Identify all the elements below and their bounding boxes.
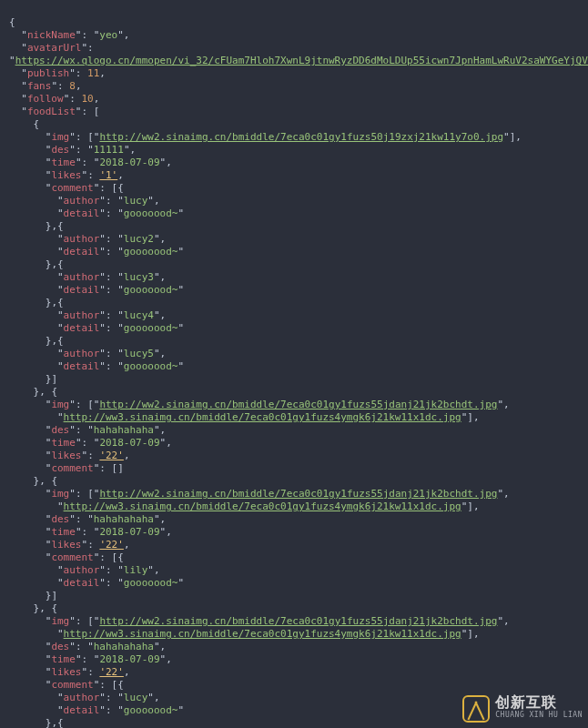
food3-c0-detail: gooooood~ <box>124 704 178 716</box>
food0-c3-detail: gooooood~ <box>124 322 178 334</box>
food1-likes: '22' <box>99 450 124 461</box>
food1-img0: http://ww2.sinaimg.cn/bmiddle/7eca0c01gy… <box>99 399 497 410</box>
key-publish: publish <box>27 67 69 79</box>
val-follow: 10 <box>82 93 94 105</box>
food3-time: 2018-07-09 <box>99 653 159 665</box>
food3-img1: http://ww3.sinaimg.cn/bmiddle/7eca0c01gy… <box>64 628 461 640</box>
food2-img0: http://ww2.sinaimg.cn/bmiddle/7eca0c01gy… <box>99 488 497 500</box>
food0-c1-detail: gooooood~ <box>124 246 178 258</box>
food1-time: 2018-07-09 <box>99 437 159 449</box>
food0-c4-detail: gooooood~ <box>124 360 178 372</box>
food0-time: 2018-07-09 <box>99 157 159 168</box>
food2-likes: '22' <box>99 539 124 551</box>
key-fans: fans <box>27 80 52 92</box>
food0-c2-detail: gooooood~ <box>124 284 178 296</box>
key-avatarurl: avatarUrl <box>27 42 82 54</box>
food0-img0: http://ww2.sinaimg.cn/bmiddle/7eca0c01gy… <box>99 131 503 143</box>
food0-c1-author: lucy2 <box>124 233 154 245</box>
val-nickname: yeo <box>99 29 117 41</box>
food2-des: hahahahaha <box>94 513 154 525</box>
val-fans: 8 <box>69 80 76 92</box>
food1-img1: http://ww3.sinaimg.cn/bmiddle/7eca0c01gy… <box>64 411 461 423</box>
key-foodlist: foodList <box>27 106 76 117</box>
brace-open: { <box>9 16 15 28</box>
food0-c3-author: lucy4 <box>124 309 154 321</box>
food3-img0: http://ww2.sinaimg.cn/bmiddle/7eca0c01gy… <box>99 615 497 627</box>
json-code-block: { "nickName": "yeo", "avatarUrl": "https… <box>0 0 588 728</box>
food2-c0-author: lily <box>124 564 148 576</box>
food0-des: 11111 <box>94 144 124 156</box>
food0-c4-author: lucy5 <box>124 348 154 359</box>
key-follow: follow <box>27 93 64 105</box>
food0-c0-detail: gooooood~ <box>124 207 178 219</box>
food3-likes: '22' <box>99 666 124 678</box>
food2-img1: http://ww3.sinaimg.cn/bmiddle/7eca0c01gy… <box>64 500 461 512</box>
food3-c0-author: lucy <box>124 692 148 703</box>
val-avatarurl: https://wx.qlogo.cn/mmopen/vi_32/cFUam7H… <box>15 55 588 66</box>
food0-c0-author: lucy <box>124 195 148 207</box>
key-nickname: nickName <box>27 29 76 41</box>
food2-time: 2018-07-09 <box>99 526 159 538</box>
food0-c2-author: lucy3 <box>124 271 154 283</box>
food3-des: hahahahaha <box>94 641 154 652</box>
food0-likes: '1' <box>99 169 117 181</box>
val-publish: 11 <box>87 67 99 79</box>
food1-des: hahahahaha <box>94 424 154 436</box>
food2-c0-detail: gooooood~ <box>124 577 178 589</box>
